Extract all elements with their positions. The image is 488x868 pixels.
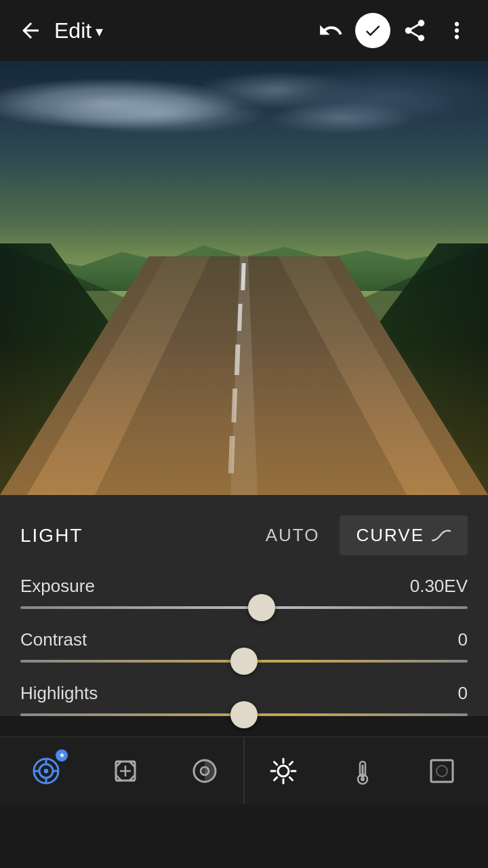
- chevron-down-icon: ▾: [96, 23, 103, 41]
- controls-panel: LIGHT AUTO CURVE Exposure 0.30EV Contras…: [0, 495, 488, 716]
- contrast-slider-group: Contrast 0: [20, 629, 468, 663]
- svg-point-24: [201, 767, 209, 775]
- svg-rect-38: [431, 760, 453, 782]
- temp-icon: [348, 756, 378, 786]
- presets-icon: [31, 756, 61, 786]
- confirm-button[interactable]: [355, 13, 390, 48]
- svg-line-32: [290, 762, 293, 764]
- light-icon: [268, 756, 298, 786]
- svg-point-17: [44, 769, 48, 773]
- highlights-slider-track[interactable]: [20, 713, 468, 716]
- contrast-value: 0: [458, 629, 468, 650]
- edit-title[interactable]: Edit ▾: [54, 18, 306, 43]
- back-button[interactable]: [14, 14, 47, 47]
- svg-point-25: [278, 766, 289, 776]
- contrast-slider-track[interactable]: [20, 660, 468, 663]
- photo-scene: [0, 61, 488, 495]
- transform-icon: [110, 756, 140, 786]
- nav-color-temp[interactable]: [336, 744, 390, 798]
- header-actions: [313, 13, 474, 48]
- star-badge: ★: [56, 749, 68, 762]
- highlights-slider-group: Highlights 0: [20, 683, 468, 716]
- photo-preview: [0, 61, 488, 495]
- highlights-label: Highlights: [20, 683, 98, 704]
- more-menu-button[interactable]: [439, 13, 474, 48]
- share-button[interactable]: [397, 13, 432, 48]
- top-bar: Edit ▾: [0, 0, 488, 61]
- highlights-slider-thumb[interactable]: [230, 701, 258, 728]
- highlights-value: 0: [458, 683, 468, 704]
- auto-button[interactable]: AUTO: [245, 515, 340, 555]
- nav-vignette[interactable]: [415, 744, 469, 798]
- nav-filters[interactable]: [178, 744, 232, 798]
- edit-label: Edit: [54, 18, 92, 43]
- svg-point-37: [361, 777, 365, 781]
- undo-button[interactable]: [313, 13, 348, 48]
- section-title: LIGHT: [20, 525, 245, 547]
- contrast-slider-thumb[interactable]: [230, 648, 258, 675]
- exposure-slider-thumb[interactable]: [248, 594, 275, 621]
- exposure-value: 0.30EV: [410, 576, 468, 597]
- curve-button[interactable]: CURVE: [340, 515, 468, 555]
- svg-point-39: [436, 766, 447, 776]
- exposure-slider-group: Exposure 0.30EV: [20, 576, 468, 609]
- bottom-navigation: ★: [0, 736, 488, 804]
- contrast-label: Contrast: [20, 629, 87, 650]
- nav-transform[interactable]: [98, 744, 152, 798]
- nav-light[interactable]: [256, 744, 310, 798]
- exposure-label-row: Exposure 0.30EV: [20, 576, 468, 597]
- exposure-label: Exposure: [20, 576, 95, 597]
- svg-line-31: [290, 777, 293, 780]
- vignette-icon: [427, 756, 457, 786]
- curve-icon: [431, 528, 451, 543]
- svg-line-33: [274, 777, 277, 780]
- svg-line-30: [274, 762, 277, 764]
- light-section-header: LIGHT AUTO CURVE: [20, 515, 468, 555]
- nav-presets[interactable]: ★: [19, 744, 73, 798]
- filters-icon: [190, 756, 220, 786]
- exposure-slider-track[interactable]: [20, 606, 468, 609]
- curve-label: CURVE: [356, 525, 424, 546]
